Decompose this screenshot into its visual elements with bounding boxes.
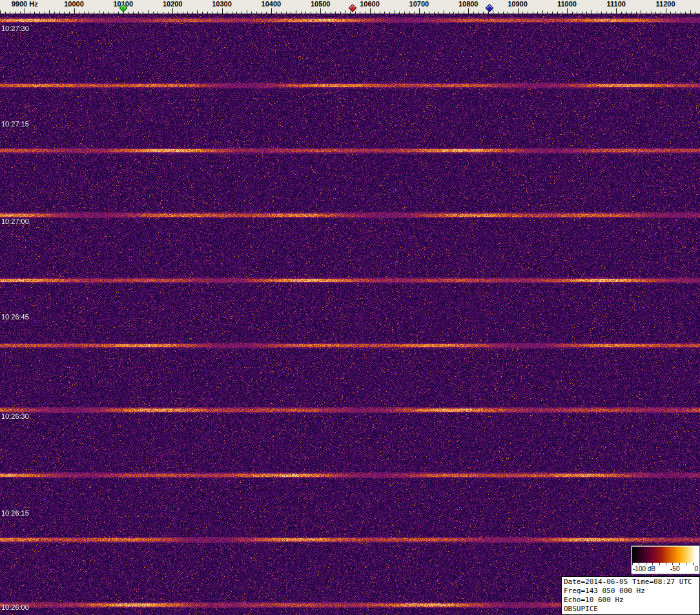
ruler-tick [681,12,681,14]
ruler-tick [138,12,139,14]
time-tick-label: 10:26:00 [1,603,29,611]
ruler-tick [522,12,523,14]
ruler-tick [646,12,646,14]
ruler-tick [202,12,203,14]
ruler-tick [577,12,577,14]
ruler-tick [301,12,302,14]
ruler-tick [533,12,533,14]
frequency-tick-label: 10800 [458,0,479,8]
info-box: Date=2014-06-05 Time=08:27 UTC Freq=143 … [561,576,700,615]
color-scale-gradient [632,547,699,563]
ruler-tick [69,12,70,14]
ruler-tick [335,12,336,14]
ruler-tick [651,12,652,14]
ruler-tick [281,12,282,14]
ruler-tick [45,12,45,14]
color-scale-legend: -100 dB -50 0 [631,545,700,574]
ruler-tick [572,12,573,14]
red-frequency-marker[interactable] [348,4,356,12]
ruler-tick [212,12,212,14]
info-echo-frequency: Echo=10 600 Hz [564,596,697,605]
ruler-tick [10,12,10,14]
time-tick-label: 10:27:00 [1,217,29,225]
ruler-tick [108,12,109,14]
ruler-tick [395,10,395,14]
ruler-tick [350,12,351,14]
info-station-name: OBSUPICE [564,605,697,614]
ruler-tick [207,12,208,14]
ruler-tick [325,12,326,14]
ruler-tick [192,12,193,14]
ruler-tick [370,8,371,14]
ruler-tick [483,12,484,14]
ruler-tick [320,8,321,14]
ruler-tick [606,12,607,14]
ruler-tick [592,10,592,14]
ruler-tick [153,12,154,14]
ruler-tick [661,12,661,14]
color-scale-labels: -100 dB -50 0 [632,565,699,573]
frequency-tick-label: 11200 [656,0,675,8]
ruler-tick [183,12,183,14]
ruler-tick [601,12,602,14]
ruler-tick [375,12,375,14]
frequency-tick-label: 10000 [64,0,84,8]
ruler-tick [631,12,632,14]
ruler-tick [449,12,449,14]
ruler-tick [542,10,543,14]
ruler-tick [458,12,459,14]
ruler-tick [15,12,15,14]
ruler-tick [685,12,686,14]
ruler-tick [626,12,627,14]
ruler-tick [597,12,597,14]
ruler-tick [518,8,519,14]
ruler-tick [64,12,65,14]
ruler-tick [262,12,262,14]
ruler-tick [168,12,169,14]
ruler-tick [133,12,134,14]
scale-max-label: 0 [694,565,698,573]
ruler-tick [438,12,439,14]
ruler-tick [99,10,99,14]
ruler-tick [59,12,60,14]
frequency-ruler[interactable]: 9900 Hz100001010010200103001040010500106… [0,0,700,14]
ruler-tick [360,12,360,14]
ruler-tick [528,12,528,14]
ruler-tick [355,12,356,14]
ruler-tick [25,8,25,14]
frequency-tick-label: 10900 [508,0,528,8]
time-tick-label: 10:26:15 [1,509,29,517]
ruler-tick [414,12,415,14]
ruler-tick [172,8,173,14]
ruler-tick [345,10,345,14]
ruler-tick [256,12,257,14]
ruler-tick [34,12,35,14]
spectrogram-app: 9900 Hz100001010010200103001040010500106… [0,0,700,615]
ruler-tick [340,12,341,14]
frequency-tick-label: 10300 [212,0,232,8]
ruler-tick [88,12,89,14]
time-tick-label: 10:26:45 [1,313,29,321]
scale-min-label: -100 dB [633,565,655,573]
info-frequency: Freq=143 050 000 Hz [564,587,697,596]
ruler-tick [114,12,114,14]
ruler-tick [251,12,252,14]
ruler-tick [118,12,119,14]
waterfall-canvas[interactable] [0,14,700,615]
ruler-tick [409,12,410,14]
ruler-tick [641,10,641,14]
frequency-tick-label: 10600 [360,0,380,8]
ruler-tick [331,12,331,14]
ruler-tick [217,12,218,14]
ruler-tick [666,8,666,14]
ruler-tick [305,12,306,14]
waterfall[interactable]: -100 dB -50 0 Date=2014-06-05 Time=08:27… [0,14,700,615]
ruler-tick [434,12,435,14]
ruler-tick [276,12,277,14]
ruler-tick [537,12,538,14]
ruler-tick [232,12,232,14]
ruler-tick [468,8,469,14]
ruler-tick [129,12,129,14]
ruler-tick [498,12,499,14]
ruler-tick [419,8,420,14]
